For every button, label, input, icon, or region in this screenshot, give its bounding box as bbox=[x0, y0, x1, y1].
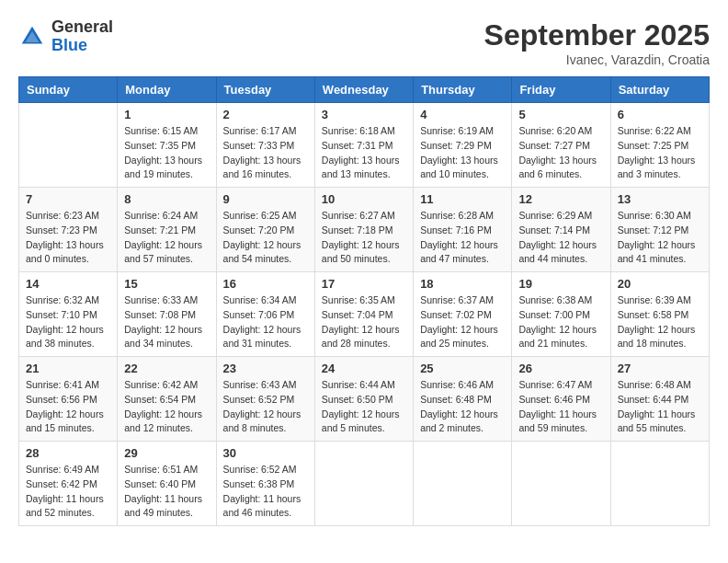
calendar-week-row: 28Sunrise: 6:49 AM Sunset: 6:42 PM Dayli… bbox=[19, 442, 710, 526]
calendar-day-cell bbox=[19, 103, 118, 188]
day-number: 21 bbox=[26, 362, 110, 375]
day-info: Sunrise: 6:37 AM Sunset: 7:02 PM Dayligh… bbox=[420, 293, 505, 351]
day-number: 22 bbox=[124, 362, 209, 375]
day-info: Sunrise: 6:47 AM Sunset: 6:46 PM Dayligh… bbox=[518, 378, 603, 436]
calendar-day-cell bbox=[512, 442, 610, 526]
calendar-day-cell: 5Sunrise: 6:20 AM Sunset: 7:27 PM Daylig… bbox=[512, 103, 610, 188]
day-info: Sunrise: 6:48 AM Sunset: 6:44 PM Dayligh… bbox=[618, 378, 702, 436]
day-info: Sunrise: 6:38 AM Sunset: 7:00 PM Dayligh… bbox=[518, 293, 603, 351]
day-info: Sunrise: 6:49 AM Sunset: 6:42 PM Dayligh… bbox=[26, 463, 110, 521]
day-info: Sunrise: 6:30 AM Sunset: 7:12 PM Dayligh… bbox=[618, 209, 702, 267]
logo-text: General Blue bbox=[51, 18, 113, 55]
day-info: Sunrise: 6:32 AM Sunset: 7:10 PM Dayligh… bbox=[26, 293, 110, 351]
day-info: Sunrise: 6:34 AM Sunset: 7:06 PM Dayligh… bbox=[223, 293, 308, 351]
day-number: 27 bbox=[618, 362, 702, 375]
calendar-day-cell: 13Sunrise: 6:30 AM Sunset: 7:12 PM Dayli… bbox=[610, 188, 709, 272]
calendar-day-cell: 18Sunrise: 6:37 AM Sunset: 7:02 PM Dayli… bbox=[414, 272, 512, 357]
day-number: 4 bbox=[420, 108, 505, 121]
weekday-header: Thursday bbox=[414, 77, 512, 103]
calendar-day-cell bbox=[610, 442, 709, 526]
day-number: 23 bbox=[223, 362, 308, 375]
calendar-day-cell bbox=[314, 442, 413, 526]
day-info: Sunrise: 6:46 AM Sunset: 6:48 PM Dayligh… bbox=[420, 378, 505, 436]
calendar-day-cell: 14Sunrise: 6:32 AM Sunset: 7:10 PM Dayli… bbox=[19, 272, 118, 357]
calendar-week-row: 7Sunrise: 6:23 AM Sunset: 7:23 PM Daylig… bbox=[19, 188, 710, 272]
calendar-day-cell: 21Sunrise: 6:41 AM Sunset: 6:56 PM Dayli… bbox=[19, 357, 118, 442]
calendar-day-cell: 27Sunrise: 6:48 AM Sunset: 6:44 PM Dayli… bbox=[610, 357, 709, 442]
calendar-day-cell: 8Sunrise: 6:24 AM Sunset: 7:21 PM Daylig… bbox=[118, 188, 216, 272]
day-number: 15 bbox=[124, 277, 209, 291]
day-info: Sunrise: 6:25 AM Sunset: 7:20 PM Dayligh… bbox=[223, 209, 308, 267]
calendar-day-cell: 10Sunrise: 6:27 AM Sunset: 7:18 PM Dayli… bbox=[314, 188, 413, 272]
day-number: 30 bbox=[223, 446, 308, 460]
calendar-day-cell: 28Sunrise: 6:49 AM Sunset: 6:42 PM Dayli… bbox=[19, 442, 118, 526]
day-number: 3 bbox=[322, 108, 406, 121]
day-number: 12 bbox=[518, 192, 603, 206]
logo: General Blue bbox=[18, 18, 113, 55]
day-info: Sunrise: 6:19 AM Sunset: 7:29 PM Dayligh… bbox=[420, 124, 505, 182]
calendar-day-cell: 12Sunrise: 6:29 AM Sunset: 7:14 PM Dayli… bbox=[512, 188, 610, 272]
month-title: September 2025 bbox=[484, 18, 710, 52]
weekday-header: Friday bbox=[512, 77, 610, 103]
day-number: 11 bbox=[420, 192, 505, 206]
day-number: 5 bbox=[518, 108, 603, 121]
day-number: 8 bbox=[124, 192, 209, 206]
title-block: September 2025 Ivanec, Varazdin, Croatia bbox=[484, 18, 710, 67]
weekday-header: Sunday bbox=[19, 77, 118, 103]
page-header: General Blue September 2025 Ivanec, Vara… bbox=[18, 18, 710, 67]
day-info: Sunrise: 6:18 AM Sunset: 7:31 PM Dayligh… bbox=[322, 124, 406, 182]
calendar-day-cell: 25Sunrise: 6:46 AM Sunset: 6:48 PM Dayli… bbox=[414, 357, 512, 442]
calendar-table: SundayMondayTuesdayWednesdayThursdayFrid… bbox=[18, 76, 710, 526]
day-number: 2 bbox=[223, 108, 308, 121]
day-number: 16 bbox=[223, 277, 308, 291]
weekday-header: Saturday bbox=[610, 77, 709, 103]
day-number: 19 bbox=[518, 277, 603, 291]
calendar-day-cell: 1Sunrise: 6:15 AM Sunset: 7:35 PM Daylig… bbox=[118, 103, 216, 188]
day-number: 14 bbox=[26, 277, 110, 291]
day-number: 7 bbox=[26, 192, 110, 206]
calendar-day-cell: 19Sunrise: 6:38 AM Sunset: 7:00 PM Dayli… bbox=[512, 272, 610, 357]
calendar-day-cell: 24Sunrise: 6:44 AM Sunset: 6:50 PM Dayli… bbox=[314, 357, 413, 442]
calendar-day-cell: 7Sunrise: 6:23 AM Sunset: 7:23 PM Daylig… bbox=[19, 188, 118, 272]
day-info: Sunrise: 6:20 AM Sunset: 7:27 PM Dayligh… bbox=[518, 124, 603, 182]
day-info: Sunrise: 6:28 AM Sunset: 7:16 PM Dayligh… bbox=[420, 209, 505, 267]
day-info: Sunrise: 6:22 AM Sunset: 7:25 PM Dayligh… bbox=[618, 124, 702, 182]
logo-icon bbox=[18, 23, 46, 51]
day-info: Sunrise: 6:24 AM Sunset: 7:21 PM Dayligh… bbox=[124, 209, 209, 267]
calendar-day-cell: 16Sunrise: 6:34 AM Sunset: 7:06 PM Dayli… bbox=[216, 272, 314, 357]
calendar-day-cell: 20Sunrise: 6:39 AM Sunset: 6:58 PM Dayli… bbox=[610, 272, 709, 357]
day-info: Sunrise: 6:35 AM Sunset: 7:04 PM Dayligh… bbox=[322, 293, 406, 351]
logo-blue: Blue bbox=[51, 36, 87, 54]
calendar-day-cell: 23Sunrise: 6:43 AM Sunset: 6:52 PM Dayli… bbox=[216, 357, 314, 442]
logo-general: General bbox=[51, 17, 113, 36]
day-info: Sunrise: 6:15 AM Sunset: 7:35 PM Dayligh… bbox=[124, 124, 209, 182]
day-info: Sunrise: 6:52 AM Sunset: 6:38 PM Dayligh… bbox=[223, 463, 308, 521]
day-number: 26 bbox=[518, 362, 603, 375]
day-info: Sunrise: 6:39 AM Sunset: 6:58 PM Dayligh… bbox=[618, 293, 702, 351]
day-number: 24 bbox=[322, 362, 406, 375]
weekday-header: Monday bbox=[118, 77, 216, 103]
calendar-week-row: 14Sunrise: 6:32 AM Sunset: 7:10 PM Dayli… bbox=[19, 272, 710, 357]
calendar-day-cell: 3Sunrise: 6:18 AM Sunset: 7:31 PM Daylig… bbox=[314, 103, 413, 188]
day-info: Sunrise: 6:17 AM Sunset: 7:33 PM Dayligh… bbox=[223, 124, 308, 182]
day-info: Sunrise: 6:27 AM Sunset: 7:18 PM Dayligh… bbox=[322, 209, 406, 267]
day-info: Sunrise: 6:44 AM Sunset: 6:50 PM Dayligh… bbox=[322, 378, 406, 436]
day-info: Sunrise: 6:51 AM Sunset: 6:40 PM Dayligh… bbox=[124, 463, 209, 521]
day-number: 28 bbox=[26, 446, 110, 460]
day-number: 1 bbox=[124, 108, 209, 121]
day-number: 10 bbox=[322, 192, 406, 206]
calendar-day-cell: 6Sunrise: 6:22 AM Sunset: 7:25 PM Daylig… bbox=[610, 103, 709, 188]
day-info: Sunrise: 6:43 AM Sunset: 6:52 PM Dayligh… bbox=[223, 378, 308, 436]
day-info: Sunrise: 6:33 AM Sunset: 7:08 PM Dayligh… bbox=[124, 293, 209, 351]
day-number: 29 bbox=[124, 446, 209, 460]
day-number: 17 bbox=[322, 277, 406, 291]
calendar-day-cell: 26Sunrise: 6:47 AM Sunset: 6:46 PM Dayli… bbox=[512, 357, 610, 442]
location-subtitle: Ivanec, Varazdin, Croatia bbox=[484, 52, 710, 67]
calendar-day-cell: 22Sunrise: 6:42 AM Sunset: 6:54 PM Dayli… bbox=[118, 357, 216, 442]
day-info: Sunrise: 6:42 AM Sunset: 6:54 PM Dayligh… bbox=[124, 378, 209, 436]
day-info: Sunrise: 6:41 AM Sunset: 6:56 PM Dayligh… bbox=[26, 378, 110, 436]
calendar-day-cell bbox=[414, 442, 512, 526]
calendar-header-row: SundayMondayTuesdayWednesdayThursdayFrid… bbox=[19, 77, 710, 103]
calendar-day-cell: 4Sunrise: 6:19 AM Sunset: 7:29 PM Daylig… bbox=[414, 103, 512, 188]
calendar-day-cell: 17Sunrise: 6:35 AM Sunset: 7:04 PM Dayli… bbox=[314, 272, 413, 357]
